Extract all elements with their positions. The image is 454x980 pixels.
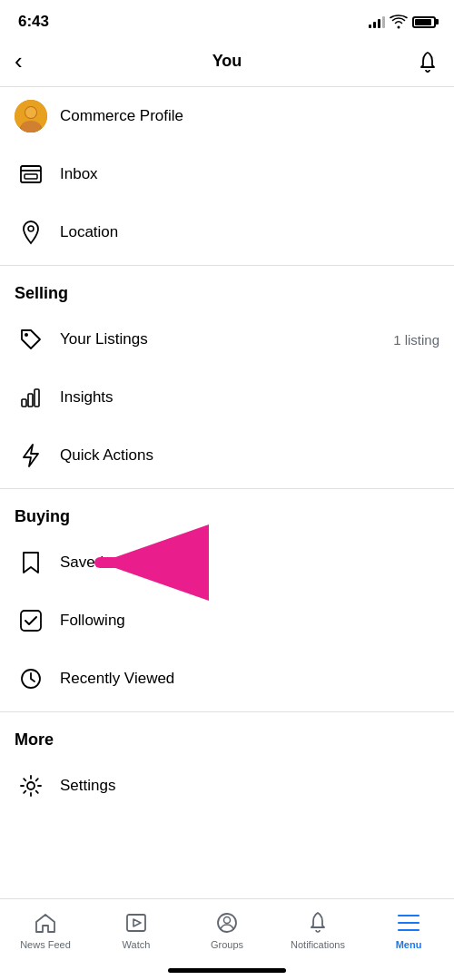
menu-item-your-listings[interactable]: Your Listings 1 listing [0,310,454,368]
listings-badge: 1 listing [393,332,439,348]
location-icon [15,216,47,249]
status-time: 6:43 [18,13,49,31]
tab-groups[interactable]: Groups [182,906,272,954]
svg-rect-14 [21,611,41,631]
svg-point-8 [25,333,28,337]
more-menu-list: Settings [0,757,454,815]
tab-watch-label: Watch [123,939,151,950]
tab-notifications-label: Notifications [291,939,345,950]
chart-icon [15,381,47,414]
buying-section-header: Buying [0,493,454,534]
more-section-header: More [0,716,454,757]
avatar-icon [15,100,47,132]
selling-section-header: Selling [0,270,454,310]
status-icons [369,15,436,28]
tab-news-feed[interactable]: News Feed [0,906,91,954]
page-title: You [212,52,242,71]
svg-rect-17 [127,915,145,931]
more-title: More [15,730,54,749]
quick-actions-label: Quick Actions [60,446,439,465]
divider-buying [0,488,454,489]
tab-news-feed-label: News Feed [20,939,71,950]
svg-point-16 [27,782,35,789]
menu-item-commerce-profile[interactable]: Commerce Profile [0,87,454,145]
menu-item-insights[interactable]: Insights [0,368,454,426]
notification-bell-button[interactable] [403,50,439,74]
tab-watch[interactable]: Watch [91,906,182,954]
home-indicator [168,968,286,973]
svg-point-7 [28,226,34,231]
tag-icon [15,323,47,356]
gear-icon [15,769,47,802]
menu-item-quick-actions[interactable]: Quick Actions [0,426,454,485]
menu-item-inbox[interactable]: Inbox [0,145,454,203]
groups-icon [214,910,240,936]
divider-more [0,711,454,712]
insights-label: Insights [60,388,439,407]
selling-menu-list: Your Listings 1 listing Insights Quick A… [0,310,454,485]
recently-viewed-label: Recently Viewed [60,670,439,688]
menu-item-following[interactable]: Following [0,592,454,650]
top-menu-list: Commerce Profile Inbox Location [0,87,454,261]
inbox-icon [15,158,47,191]
your-listings-label: Your Listings [60,330,393,348]
bookmark-icon [15,546,47,579]
tab-menu-label: Menu [396,939,422,950]
settings-label: Settings [60,777,439,795]
menu-icon [396,910,421,936]
divider-selling [0,265,454,266]
svg-rect-9 [22,399,26,407]
svg-rect-11 [35,389,39,407]
notifications-bell-icon [305,910,331,936]
svg-point-19 [224,917,231,924]
svg-point-3 [25,107,36,118]
bell-icon [416,50,439,74]
signal-icon [369,15,385,28]
menu-item-saved[interactable]: Saved [0,534,454,592]
bolt-icon [15,439,47,472]
play-icon [123,910,149,936]
location-label: Location [60,223,439,241]
selling-title: Selling [15,284,68,302]
commerce-profile-label: Commerce Profile [60,107,439,125]
battery-icon [412,16,436,28]
arrow-annotation [91,546,209,579]
following-label: Following [60,612,439,630]
svg-rect-10 [28,394,33,407]
home-icon [33,910,58,936]
tab-groups-label: Groups [211,939,243,950]
following-icon [15,604,47,637]
buying-menu-list: Saved Following Recentl [0,534,454,708]
tab-notifications[interactable]: Notifications [272,906,363,954]
tab-menu[interactable]: Menu [363,906,454,954]
status-bar: 6:43 [0,0,454,40]
menu-item-settings[interactable]: Settings [0,757,454,815]
header: ‹ You [0,40,454,87]
buying-title: Buying [15,507,70,525]
inbox-label: Inbox [60,165,439,183]
menu-item-recently-viewed[interactable]: Recently Viewed [0,650,454,708]
menu-item-location[interactable]: Location [0,203,454,261]
wifi-icon [390,15,407,28]
clock-icon [15,662,47,695]
back-button[interactable]: ‹ [15,47,51,75]
svg-rect-6 [25,174,37,179]
